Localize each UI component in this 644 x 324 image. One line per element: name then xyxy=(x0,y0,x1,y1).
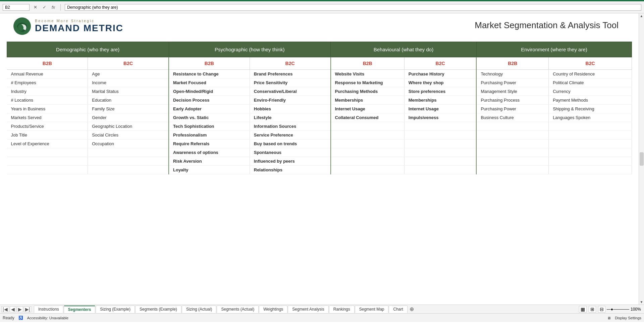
sheet-tab-segments--example-[interactable]: Segments (Example) xyxy=(135,306,181,313)
table-cell: Purchasing Process xyxy=(476,96,548,105)
table-cell: Decision Process xyxy=(169,96,250,105)
table-cell: Awareness of options xyxy=(169,148,250,157)
sheet-tab-sizing--example-[interactable]: Sizing (Example) xyxy=(96,306,135,313)
sheet-tab-weightings[interactable]: Weightings xyxy=(259,306,287,313)
table-cell: Require Referrals xyxy=(169,140,250,148)
table-cell: Family Size xyxy=(88,105,169,113)
sheet-tab-segment-analysis[interactable]: Segment Analysis xyxy=(288,306,328,313)
table-cell: Information Sources xyxy=(250,122,330,131)
table-cell xyxy=(331,148,405,157)
table-cell: Country of Residence xyxy=(549,70,632,78)
right-scrollbar[interactable]: ▲ ▼ xyxy=(639,13,644,305)
logo-image xyxy=(13,17,31,35)
table-cell xyxy=(476,131,548,140)
table-cell: Conservative/Liberal xyxy=(250,87,330,96)
table-cell xyxy=(331,122,405,131)
table-cell: Open-Minded/Rigid xyxy=(169,87,250,96)
table-container: Demographic (who they are) Psychographic… xyxy=(0,42,639,181)
table-cell: Risk Aversion xyxy=(169,157,250,166)
table-cell: Influenced by peers xyxy=(250,157,330,166)
table-cell: Social Circles xyxy=(88,131,169,140)
table-cell: Market Focused xyxy=(169,78,250,87)
sheet-tab-segment-map[interactable]: Segment Map xyxy=(355,306,389,313)
table-cell xyxy=(88,166,169,174)
table-cell: # Locations xyxy=(7,96,88,105)
table-cell: Collateral Consumed xyxy=(331,113,405,122)
table-cell xyxy=(476,157,548,166)
table-row: Markets ServedGenderGrowth vs. StaticLif… xyxy=(7,113,632,122)
table-cell: Where they shop xyxy=(404,78,476,87)
table-cell xyxy=(476,166,548,174)
function-icon[interactable]: fx xyxy=(50,4,56,10)
table-cell: Enviro-Friendly xyxy=(250,96,330,105)
table-cell xyxy=(404,140,476,148)
table-cell xyxy=(331,166,405,174)
table-cell xyxy=(404,148,476,157)
sheet-tab-chart[interactable]: Chart xyxy=(389,306,407,313)
table-cell: Purchase History xyxy=(404,70,476,78)
tab-nav-prev-prev[interactable]: |◀ xyxy=(1,306,9,312)
view-normal-icon[interactable]: ▦ xyxy=(579,306,587,313)
table-cell: Impulsiveness xyxy=(404,113,476,122)
accessibility-status: Accessibility: Unavailable xyxy=(27,316,69,320)
table-cell: Response to Marketing xyxy=(331,78,405,87)
behav-b2c-label: B2C xyxy=(404,57,476,70)
view-layout-icon[interactable]: ⊞ xyxy=(589,306,596,313)
display-settings-label[interactable]: Display Settings xyxy=(615,316,641,320)
subheader-row: B2B B2C B2B B2C B2B B2C B2B B2C xyxy=(7,57,632,70)
table-row: # LocationsEducationDecision ProcessEnvi… xyxy=(7,96,632,105)
table-cell: Industry xyxy=(7,87,88,96)
scroll-down-icon[interactable]: ▼ xyxy=(640,300,643,304)
table-cell: Purchasing Power xyxy=(476,105,548,113)
table-cell: Price Sensitivity xyxy=(250,78,330,87)
table-cell: Lifestyle xyxy=(250,113,330,122)
table-cell: Gender xyxy=(88,113,169,122)
table-cell xyxy=(549,166,632,174)
table-cell xyxy=(331,131,405,140)
table-cell: Brand Preferences xyxy=(250,70,330,78)
psycho-b2b-label: B2B xyxy=(169,57,250,70)
sheet-tab-segments--actual-[interactable]: Segments (Actual) xyxy=(217,306,259,313)
confirm-icon[interactable]: ✓ xyxy=(41,4,48,10)
view-buttons: ▦ ⊞ ⊟ xyxy=(579,306,605,313)
sheet-tabs-list: InstructionsSegmentersSizing (Example)Se… xyxy=(34,306,408,313)
display-settings-icon[interactable]: 🖥 xyxy=(607,316,611,320)
sheet-area: Become More Strategic DEMAND METRIC Mark… xyxy=(0,13,639,305)
scroll-up-icon[interactable]: ▲ xyxy=(640,14,643,18)
table-cell: Buy based on trends xyxy=(250,140,330,148)
table-cell: Annual Revenue xyxy=(7,70,88,78)
table-cell: Income xyxy=(88,78,169,87)
tab-nav-prev[interactable]: ◀ xyxy=(10,306,16,312)
table-cell: Growth vs. Static xyxy=(169,113,250,122)
table-row: Awareness of optionsSpontaneous xyxy=(7,148,632,157)
header-demographic: Demographic (who they are) xyxy=(7,42,169,57)
header-psychographic: Psychographic (how they think) xyxy=(169,42,331,57)
status-bar: Ready ♿ Accessibility: Unavailable 🖥 Dis… xyxy=(0,313,644,322)
cancel-icon[interactable]: ✕ xyxy=(32,4,39,10)
top-section: Become More Strategic DEMAND METRIC Mark… xyxy=(0,13,639,39)
table-cell: Tech Sophistication xyxy=(169,122,250,131)
tab-nav-next[interactable]: ▶ xyxy=(17,306,23,312)
table-cell: Occupation xyxy=(88,140,169,148)
cell-reference[interactable] xyxy=(3,4,30,11)
sheet-tab-segmenters[interactable]: Segmenters xyxy=(64,306,96,313)
zoom-slider[interactable]: —●———— xyxy=(607,307,629,312)
tab-nav-next-next[interactable]: ▶| xyxy=(24,306,32,312)
add-sheet-button[interactable]: ⊕ xyxy=(408,306,416,312)
sheet-tabs-bar: |◀ ◀ ▶ ▶| InstructionsSegmentersSizing (… xyxy=(0,305,644,313)
table-cell xyxy=(549,157,632,166)
table-cell xyxy=(476,140,548,148)
sheet-tab-sizing--actual-[interactable]: Sizing (Actual) xyxy=(182,306,216,313)
table-cell: Store preferences xyxy=(404,87,476,96)
sheet-tab-rankings[interactable]: Rankings xyxy=(329,306,355,313)
scroll-thumb[interactable] xyxy=(640,152,644,166)
table-cell: Internet Usage xyxy=(404,105,476,113)
view-page-icon[interactable]: ⊟ xyxy=(598,306,605,313)
table-cell: Memberships xyxy=(404,96,476,105)
table-cell: Job Title xyxy=(7,131,88,140)
table-cell: Payment Methods xyxy=(549,96,632,105)
formula-input[interactable] xyxy=(65,4,641,11)
logo-section: Become More Strategic DEMAND METRIC xyxy=(7,13,161,39)
table-cell: Purchasing Power xyxy=(476,78,548,87)
sheet-tab-instructions[interactable]: Instructions xyxy=(34,306,63,313)
